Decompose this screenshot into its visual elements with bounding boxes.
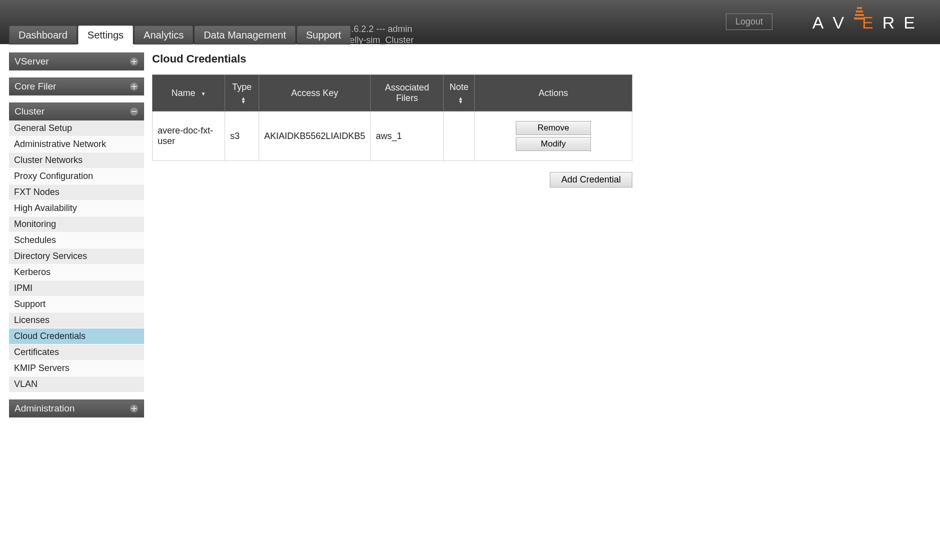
cell-associated-filers: aws_1	[371, 112, 444, 161]
table-row: avere-doc-fxt-user s3 AKIAIDKB5562LIAIDK…	[153, 112, 632, 161]
main-panel: Cloud Credentials Name ▼ Type ▲▼ Access …	[144, 52, 940, 424]
plus-icon	[130, 82, 139, 91]
sidebar-group-core-filer[interactable]: Core Filer	[9, 78, 144, 96]
logo-bars-icon	[854, 7, 865, 21]
sidebar-item-cloud-credentials[interactable]: Cloud Credentials	[9, 328, 144, 344]
sidebar-item-licenses[interactable]: Licenses	[9, 312, 144, 328]
sidebar-item-certificates[interactable]: Certificates	[9, 344, 144, 360]
cell-note	[444, 112, 475, 161]
col-access-key[interactable]: Access Key	[259, 75, 371, 112]
cell-access-key: AKIAIDKB5562LIAIDKB5	[259, 112, 371, 161]
tab-dashboard[interactable]: Dashboard	[9, 26, 77, 44]
sort-both-icon: ▲▼	[241, 96, 246, 104]
cell-name: avere-doc-fxt-user	[153, 112, 225, 161]
svg-rect-10	[132, 408, 137, 409]
tab-settings[interactable]: Settings	[78, 26, 133, 44]
plus-icon	[130, 404, 139, 413]
remove-button[interactable]: Remove	[516, 121, 591, 135]
sidebar-item-schedules[interactable]: Schedules	[9, 232, 144, 248]
sidebar-group-label: Administration	[15, 403, 75, 414]
tab-data-management[interactable]: Data Management	[194, 26, 296, 44]
sidebar-item-monitoring[interactable]: Monitoring	[9, 216, 144, 232]
col-note[interactable]: Note ▲▼	[444, 75, 475, 112]
sidebar-item-kmip-servers[interactable]: KMIP Servers	[9, 360, 144, 376]
tab-support[interactable]: Support	[297, 26, 351, 44]
col-associated-filers[interactable]: Associated Filers	[371, 75, 444, 112]
app-header: Logout A V E R E V4.6.2.2 --- admin ekel…	[0, 0, 940, 44]
sidebar-group-label: Cluster	[15, 106, 45, 117]
logout-button[interactable]: Logout	[726, 14, 772, 30]
col-actions: Actions	[475, 75, 632, 112]
svg-rect-7	[132, 111, 137, 112]
sort-both-icon: ▲▼	[458, 96, 463, 104]
sidebar-group-label: Core Filer	[15, 81, 56, 92]
sidebar-item-general-setup[interactable]: General Setup	[9, 120, 144, 136]
sidebar: VServer Core Filer Cluster	[9, 52, 144, 424]
sidebar-item-administrative-network[interactable]: Administrative Network	[9, 136, 144, 152]
main-tabs: Dashboard Settings Analytics Data Manage…	[9, 26, 352, 44]
sidebar-item-support[interactable]: Support	[9, 296, 144, 312]
sidebar-group-cluster[interactable]: Cluster	[9, 102, 144, 120]
sidebar-item-cluster-networks[interactable]: Cluster Networks	[9, 152, 144, 168]
sidebar-item-proxy-configuration[interactable]: Proxy Configuration	[9, 168, 144, 184]
svg-rect-2	[132, 61, 137, 62]
col-name[interactable]: Name ▼	[153, 75, 225, 112]
sidebar-item-fxt-nodes[interactable]: FXT Nodes	[9, 184, 144, 200]
plus-icon	[130, 57, 139, 66]
page-title: Cloud Credentials	[152, 52, 940, 66]
cell-type: s3	[225, 112, 259, 161]
sort-desc-icon: ▼	[201, 92, 206, 96]
sidebar-item-directory-services[interactable]: Directory Services	[9, 248, 144, 264]
brand-logo: A V E R E	[812, 9, 924, 36]
sidebar-group-vserver[interactable]: VServer	[9, 52, 144, 70]
sidebar-item-vlan[interactable]: VLAN	[9, 376, 144, 392]
sidebar-item-high-availability[interactable]: High Availability	[9, 200, 144, 216]
cell-actions: Remove Modify	[475, 112, 632, 161]
sidebar-group-label: VServer	[15, 56, 49, 67]
sidebar-item-kerberos[interactable]: Kerberos	[9, 264, 144, 280]
tab-analytics[interactable]: Analytics	[134, 26, 193, 44]
col-type[interactable]: Type ▲▼	[225, 75, 259, 112]
credentials-table: Name ▼ Type ▲▼ Access Key Associated Fil…	[152, 74, 632, 161]
sidebar-item-ipmi[interactable]: IPMI	[9, 280, 144, 296]
sidebar-group-administration[interactable]: Administration	[9, 400, 144, 418]
add-credential-button[interactable]: Add Credential	[550, 172, 632, 188]
minus-icon	[130, 107, 139, 116]
modify-button[interactable]: Modify	[516, 137, 591, 151]
svg-rect-5	[132, 86, 137, 87]
